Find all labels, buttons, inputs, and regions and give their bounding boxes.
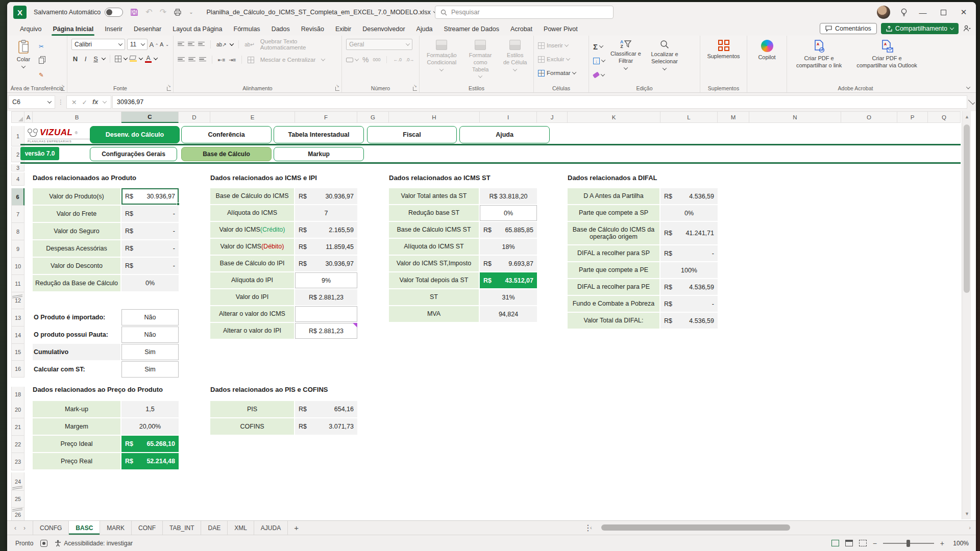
cell-label[interactable]: Valor do ICMS (Crédito) <box>210 222 295 239</box>
fill-color-icon[interactable] <box>130 56 137 62</box>
cell-value[interactable]: 94,824 <box>480 306 537 323</box>
cell-label[interactable]: O Produto é importado: <box>33 309 121 327</box>
cell-value[interactable]: R$ 2.881,23 <box>295 323 357 340</box>
sheet-tab-mark[interactable]: MARK <box>100 521 132 535</box>
column-header-D[interactable]: D <box>179 111 210 123</box>
cell-label[interactable]: Base de Cálculo do ICMS <box>210 188 295 205</box>
cell-value[interactable]: R$- <box>660 245 718 262</box>
undo-icon[interactable]: ↶ <box>145 8 152 16</box>
cell-value[interactable]: 7 <box>295 205 357 222</box>
bold-button[interactable]: N <box>71 55 79 63</box>
macro-record-icon[interactable] <box>40 540 47 547</box>
cell-value[interactable]: 0% <box>660 205 718 222</box>
row-header-7[interactable]: 7 <box>11 206 24 223</box>
align-right-icon[interactable] <box>199 57 206 63</box>
ribbon-tab-desenhar[interactable]: Desenhar <box>128 22 167 36</box>
cell-value[interactable]: R$65.885,85 <box>480 222 537 239</box>
nav-button-tabela-interestadual[interactable]: Tabela Interestadual <box>274 126 364 143</box>
cell-value[interactable]: 0% <box>480 205 537 222</box>
cell-value[interactable]: Não <box>121 327 179 344</box>
nav-button-base-de-c-lculo[interactable]: Base de Cálculo <box>181 147 272 161</box>
clipboard-dialog-launcher[interactable] <box>61 87 65 91</box>
cell-label[interactable]: PIS <box>210 401 295 418</box>
row-header-25[interactable]: 25 <box>11 491 24 508</box>
wrap-text-button[interactable]: ab↵ Quebrar Texto Automaticamente <box>244 39 337 50</box>
cell-label[interactable]: DIFAL a recolher para PE <box>568 279 660 296</box>
align-bottom-icon[interactable] <box>198 42 205 47</box>
copilot-button[interactable]: Copilot <box>756 39 777 83</box>
decrease-indent-icon[interactable]: ⇤≡ <box>218 54 225 65</box>
column-header-E[interactable]: E <box>210 111 295 123</box>
cell-label[interactable]: Valor do Produto(s) <box>33 188 121 206</box>
sheet-tab-basc[interactable]: BASC <box>69 521 100 535</box>
cell-label[interactable]: Preço Real <box>33 453 121 470</box>
cell-value[interactable]: 20,00% <box>121 418 179 436</box>
cell-label[interactable]: Mark-up <box>33 401 121 418</box>
column-header-H[interactable]: H <box>389 111 480 123</box>
row-header-15[interactable]: 15 <box>11 344 24 361</box>
delete-cells-button[interactable]: Excluir <box>538 54 584 65</box>
cell-label[interactable]: Valor do IPI <box>210 289 295 306</box>
select-all-corner[interactable] <box>11 111 24 123</box>
collapse-ribbon-chevron-icon[interactable] <box>966 85 970 89</box>
column-header-M[interactable]: M <box>718 111 749 123</box>
cell-value[interactable]: 18% <box>480 239 537 256</box>
underline-chevron-icon[interactable] <box>102 56 106 60</box>
ribbon-tab-ajuda[interactable]: Ajuda <box>411 22 438 36</box>
sheet-tab-ajuda[interactable]: AJUDA <box>254 521 288 535</box>
comments-button[interactable]: Comentários <box>820 23 877 34</box>
zoom-slider[interactable] <box>883 543 934 544</box>
horizontal-scrollbar-thumb[interactable] <box>601 524 790 531</box>
row-header-16[interactable]: 16 <box>11 361 24 378</box>
confirm-entry-icon[interactable]: ✓ <box>82 98 87 106</box>
row-header-10[interactable]: 10 <box>11 258 24 275</box>
row-header-11[interactable]: 11 <box>11 275 24 292</box>
sheet-tab-conf[interactable]: CONF <box>132 521 163 535</box>
search-box[interactable] <box>435 6 614 19</box>
maximize-button[interactable] <box>938 8 948 17</box>
ribbon-tab-fórmulas[interactable]: Fórmulas <box>228 22 266 36</box>
search-input[interactable] <box>451 9 608 16</box>
zoom-out-button[interactable]: − <box>873 539 877 547</box>
row-header-8[interactable]: 8 <box>11 223 24 240</box>
horizontal-scrollbar[interactable]: ‹ › <box>597 522 964 533</box>
orientation-icon[interactable]: ab↗ <box>216 39 227 50</box>
new-sheet-button[interactable]: + <box>288 521 305 535</box>
paste-button[interactable]: Colar <box>11 39 36 83</box>
document-title[interactable]: Planilha_de_Cálculo_do_ICMS_ST_Completa_… <box>207 9 437 16</box>
comma-style-icon[interactable]: 000 <box>373 54 380 65</box>
conditional-formatting-button[interactable]: Formatação Condicional <box>424 39 460 83</box>
sheet-tab-confg[interactable]: CONFG <box>33 521 69 535</box>
number-dialog-launcher[interactable] <box>413 87 417 91</box>
ribbon-tab-layout-da-página[interactable]: Layout da Página <box>167 22 228 36</box>
print-icon[interactable] <box>174 8 182 16</box>
user-avatar[interactable] <box>877 6 890 19</box>
ribbon-tab-desenvolvedor[interactable]: Desenvolvedor <box>357 22 410 36</box>
column-header-F[interactable]: F <box>295 111 357 123</box>
cell-value[interactable]: R$3.071,73 <box>295 418 357 436</box>
cell-label[interactable]: Fundo e Combate a Pobreza <box>568 296 660 313</box>
align-left-icon[interactable] <box>178 57 185 63</box>
cell-label[interactable]: Valor do ICMS (Débito) <box>210 239 295 256</box>
cancel-entry-icon[interactable]: ✕ <box>71 98 77 106</box>
format-as-table-button[interactable]: Formatar como Tabela <box>463 39 498 83</box>
excel-app-icon[interactable]: X <box>13 6 27 19</box>
fill-icon[interactable]: ↓ <box>593 55 605 66</box>
quick-access-chevron-icon[interactable]: ⌄ <box>189 10 193 15</box>
sort-filter-button[interactable]: AZ Classificar e Filtrar <box>608 39 644 83</box>
underline-button[interactable]: S <box>92 55 100 63</box>
column-header-N[interactable]: N <box>749 111 841 123</box>
lightbulb-icon[interactable] <box>900 8 908 17</box>
cell-label[interactable]: Calcular com ST: <box>33 361 121 379</box>
accounting-format-icon[interactable] <box>346 54 358 65</box>
percent-style-icon[interactable]: % <box>362 54 369 65</box>
cell-value[interactable]: Sim <box>121 361 179 379</box>
cell-label[interactable]: Alterar o valor do IPI <box>210 323 295 340</box>
italic-button[interactable]: I <box>82 55 89 63</box>
format-cells-button[interactable]: Formatar <box>538 67 584 79</box>
insert-function-icon[interactable]: fx <box>92 98 98 106</box>
cell-value[interactable]: 1,5 <box>121 401 179 418</box>
sheet-nav-left-icon[interactable]: ‹ <box>14 524 16 532</box>
cell-label[interactable]: Valor do Seguro <box>33 223 121 240</box>
cell-value[interactable]: R$9.693,87 <box>480 256 537 272</box>
